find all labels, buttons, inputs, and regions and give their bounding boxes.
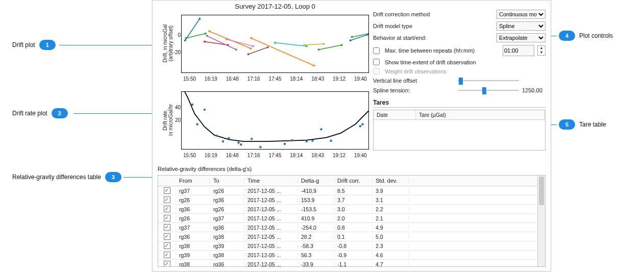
table-row[interactable]: ✓rg36rg262017-12-05 ...-153.53.02.2 <box>158 205 545 214</box>
table-row[interactable]: ✓rg38rg392017-12-05 ...-58.3-0.82.3 <box>158 241 545 251</box>
drift-rate-plot[interactable]: 4020 <box>181 91 369 150</box>
callout-label-3: Relative-gravity differences table <box>12 174 101 181</box>
svg-point-27 <box>196 123 198 125</box>
maxtime-checkbox[interactable] <box>373 47 380 54</box>
app-panel: Survey 2017-12-05, Loop 0 Drift, in micr… <box>152 0 551 271</box>
weight-label: Weight drift observations <box>385 68 546 75</box>
svg-point-31 <box>228 137 230 139</box>
svg-point-39 <box>311 139 313 141</box>
callout-label-1: Drift plot <box>12 41 35 48</box>
svg-point-4 <box>204 40 206 42</box>
tares-head-tare: Tare (µGal) <box>416 110 545 119</box>
behavior-select[interactable]: Extrapolate <box>497 33 546 42</box>
spin-down-icon[interactable]: ▼ <box>538 51 545 55</box>
svg-point-22 <box>350 39 352 41</box>
svg-point-20 <box>318 48 320 51</box>
weight-checkbox <box>373 68 380 75</box>
svg-point-6 <box>206 35 208 37</box>
svg-point-18 <box>303 44 305 46</box>
callout-label-5: Tare table <box>579 121 606 128</box>
col-dc[interactable]: Drift corr. <box>334 178 373 184</box>
svg-point-42 <box>359 125 361 127</box>
svg-point-1 <box>199 17 201 19</box>
tares-table[interactable]: Date Tare (µGal) <box>373 110 546 151</box>
table-row[interactable]: ✓rg26rg362017-12-05 ...153.93.73.1 <box>158 195 545 205</box>
svg-point-17 <box>306 45 308 47</box>
tares-head-date: Date <box>374 110 416 119</box>
svg-point-3 <box>205 32 207 34</box>
col-time[interactable]: Time <box>244 178 298 184</box>
table-row[interactable]: ✓rg37rg262017-12-05 ...-410.98.53.9 <box>158 186 545 195</box>
svg-point-33 <box>240 143 242 145</box>
svg-point-11 <box>252 45 254 47</box>
callout-badge-2: 2 <box>52 108 68 118</box>
row-checkbox[interactable]: ✓ <box>164 206 170 212</box>
svg-point-29 <box>215 134 217 136</box>
svg-point-36 <box>284 142 286 144</box>
plot-title: Survey 2017-12-05, Loop 0 <box>181 3 369 10</box>
row-checkbox[interactable]: ✓ <box>164 252 170 258</box>
table-row[interactable]: ✓rg37rg362017-12-05 ...-254.00.84.9 <box>158 223 545 232</box>
row-checkbox[interactable]: ✓ <box>164 187 170 194</box>
row-checkbox[interactable]: ✓ <box>164 215 170 221</box>
col-to[interactable]: To <box>210 178 244 184</box>
col-from[interactable]: From <box>176 178 210 184</box>
svg-point-9 <box>250 47 252 49</box>
row-checkbox[interactable]: ✓ <box>164 224 170 231</box>
callout-badge-5: 5 <box>559 119 575 130</box>
svg-point-37 <box>291 139 293 141</box>
row-checkbox[interactable]: ✓ <box>164 196 170 203</box>
deltag-scrollbar[interactable] <box>537 176 545 266</box>
svg-point-19 <box>323 43 325 45</box>
svg-point-43 <box>361 123 363 125</box>
svg-point-41 <box>330 139 332 141</box>
callout-badge-1: 1 <box>39 40 56 50</box>
callout-label-2: Drift rate plot <box>12 110 47 117</box>
showextent-checkbox[interactable] <box>373 59 380 65</box>
col-dg[interactable]: Delta-g <box>298 178 334 184</box>
svg-point-12 <box>247 53 250 55</box>
row-checkbox[interactable]: ✓ <box>164 233 170 240</box>
showextent-label: Show time-extent of drift observation <box>385 59 546 65</box>
svg-point-32 <box>237 141 239 143</box>
svg-point-26 <box>191 103 193 105</box>
drift-method-select[interactable]: Continuous model <box>497 10 546 19</box>
row-checkbox[interactable]: ✓ <box>164 242 170 249</box>
callout-label-4: Plot controls <box>579 32 613 39</box>
callout-badge-3: 3 <box>105 172 121 182</box>
deltag-table[interactable]: From To Time Delta-g Drift corr. Std. de… <box>158 175 546 267</box>
col-sd[interactable]: Std. dev. <box>373 178 409 184</box>
callout-badge-4: 4 <box>559 31 575 41</box>
svg-point-0 <box>184 39 186 41</box>
tension-label: Spline tension: <box>373 87 455 93</box>
svg-point-15 <box>313 64 315 66</box>
svg-point-7 <box>235 48 237 51</box>
maxtime-label: Max. time between repeats (hh:mm) <box>385 47 500 54</box>
svg-point-14 <box>250 37 252 39</box>
table-row[interactable]: ✓rg36rg382017-12-05 ...28.20.15.0 <box>158 232 545 241</box>
svg-point-30 <box>222 140 224 142</box>
svg-point-13 <box>267 46 269 48</box>
behavior-label: Behavior at start/end: <box>373 35 493 41</box>
tares-title: Tares <box>373 99 546 108</box>
spin-up-icon[interactable]: ▲ <box>538 46 545 51</box>
svg-point-28 <box>204 108 206 110</box>
row-checkbox[interactable]: ✓ <box>164 261 170 267</box>
maxtime-input[interactable] <box>503 45 534 56</box>
drift-model-label: Drift model type <box>373 23 493 29</box>
tension-value: 1250.00 <box>522 87 546 93</box>
table-row[interactable]: ✓rg38rg362017-12-05 ...-33.9-1.14.7 <box>158 260 545 267</box>
drift-method-label: Drift correction method <box>373 11 493 17</box>
svg-point-8 <box>208 30 210 32</box>
drift-plot[interactable]: 0-20 <box>181 15 369 73</box>
plot-controls-panel: Drift correction method Continuous model… <box>373 10 546 156</box>
tension-slider[interactable] <box>458 87 519 94</box>
deltag-title: Relative-gravity differences (delta-g's) <box>158 166 546 172</box>
svg-point-10 <box>226 38 228 40</box>
svg-point-34 <box>251 137 253 139</box>
table-row[interactable]: ✓rg39rg382017-12-05 ...56.3-0.94.6 <box>158 251 545 260</box>
svg-point-16 <box>274 41 276 43</box>
table-row[interactable]: ✓rg26rg372017-12-05 ...410.92.02.1 <box>158 214 545 223</box>
drift-model-select[interactable]: Spline <box>497 21 546 31</box>
vline-slider[interactable] <box>458 77 519 84</box>
